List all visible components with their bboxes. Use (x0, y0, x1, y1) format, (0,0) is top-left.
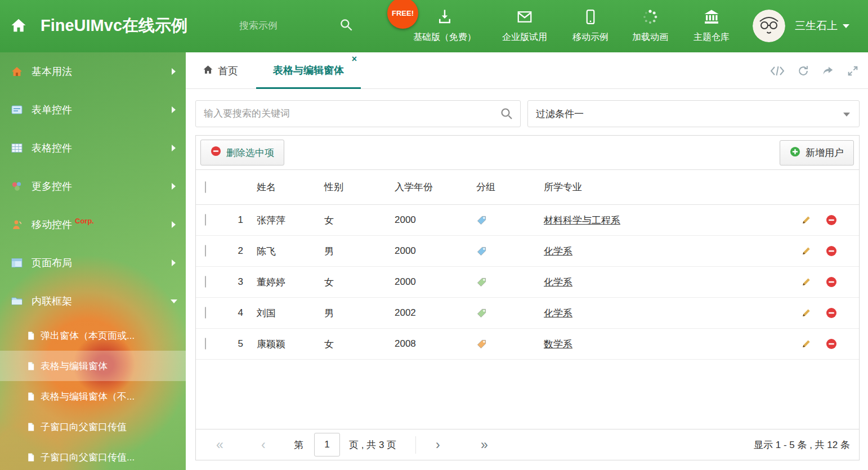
delete-button[interactable] (826, 307, 837, 319)
sidebar-item-grid-controls[interactable]: 表格控件 (0, 129, 186, 167)
major-link[interactable]: 化学系 (544, 246, 572, 257)
next-page-button[interactable]: › (436, 429, 440, 460)
edit-button[interactable] (800, 276, 812, 288)
sidebar-item-label: 基本用法 (32, 65, 72, 78)
major-link[interactable]: 化学系 (544, 277, 572, 288)
main-content: 首页 表格与编辑窗体 × (186, 52, 868, 470)
tag-icon (476, 277, 544, 288)
corp-badge: Corp. (75, 217, 94, 225)
sidebar-subitem-child-to-parent-2[interactable]: 子窗口向父窗口传值... (0, 442, 186, 470)
user-menu[interactable]: 三生石上 (795, 19, 849, 33)
sidebar-subitem-grid-edit-window-2[interactable]: 表格与编辑窗体（不... (0, 381, 186, 411)
last-page-button[interactable]: » (481, 429, 488, 460)
major-link[interactable]: 材料科学与工程系 (544, 215, 620, 226)
cell-year: 2000 (395, 245, 476, 257)
source-code-icon[interactable] (770, 65, 785, 77)
app-title: FineUIMvc在线示例 (41, 15, 187, 37)
sidebar-item-basic-usage[interactable]: 基本用法 (0, 52, 186, 91)
sidebar-subitem-grid-edit-window[interactable]: 表格与编辑窗体 (0, 351, 186, 381)
tab-grid-edit-window[interactable]: 表格与编辑窗体 × (256, 52, 361, 89)
delete-selected-button[interactable]: 删除选中项 (200, 140, 284, 165)
filter-dropdown[interactable]: 过滤条件一 (527, 100, 860, 127)
row-checkbox[interactable] (205, 307, 206, 319)
table-row: 2 陈飞 男 2000 化学系 (196, 236, 859, 267)
nav-label: 企业版试用 (502, 32, 547, 43)
sidebar-item-mobile-controls[interactable]: 移动控件 Corp. (0, 205, 186, 244)
first-page-button[interactable]: « (216, 429, 223, 460)
user-name: 三生石上 (795, 19, 838, 33)
search-icon[interactable] (339, 17, 354, 34)
file-icon (26, 422, 41, 432)
tag-icon (476, 339, 544, 350)
cell-gender: 男 (324, 307, 395, 320)
tag-icon (476, 215, 544, 226)
file-icon (26, 392, 41, 401)
sidebar-item-form-controls[interactable]: 表单控件 (0, 91, 186, 129)
delete-button[interactable] (826, 338, 837, 350)
row-index: 5 (227, 338, 257, 350)
cell-gender: 男 (324, 245, 395, 258)
delete-button[interactable] (826, 276, 837, 288)
edit-button[interactable] (800, 338, 812, 350)
row-checkbox[interactable] (205, 214, 206, 226)
user-avatar[interactable] (753, 10, 785, 42)
chevron-down-icon (171, 299, 177, 303)
edit-button[interactable] (800, 214, 812, 226)
column-header-group: 分组 (476, 181, 544, 194)
spinner-icon (642, 8, 659, 28)
nav-basic-edition[interactable]: 基础版（免费） (402, 8, 487, 43)
close-icon[interactable]: × (352, 55, 357, 64)
cell-gender: 女 (324, 276, 395, 289)
delete-button[interactable] (826, 245, 837, 257)
bank-icon (703, 8, 720, 28)
row-index: 4 (227, 307, 257, 319)
edit-button[interactable] (800, 307, 812, 319)
cell-name: 董婷婷 (257, 276, 324, 289)
home-logo-icon[interactable] (10, 17, 27, 36)
sidebar-item-page-layout[interactable]: 页面布局 (0, 244, 186, 282)
nav-label: 加载动画 (632, 32, 668, 43)
column-header-name: 姓名 (257, 181, 324, 194)
cell-name: 陈飞 (257, 245, 324, 258)
cell-name: 刘国 (257, 307, 324, 320)
page-label-suffix: 页 , 共 3 页 (349, 429, 396, 460)
column-header-major: 所学专业 (544, 181, 795, 194)
major-link[interactable]: 数学系 (544, 339, 572, 350)
table-icon (11, 142, 27, 154)
row-index: 2 (227, 245, 257, 257)
layout-icon (11, 257, 27, 268)
column-header-gender: 性别 (324, 181, 395, 194)
sidebar-subitem-popup-window[interactable]: 弹出窗体（本页面或... (0, 320, 186, 351)
select-all-checkbox[interactable] (205, 181, 206, 193)
delete-button[interactable] (826, 214, 837, 226)
header-search-input[interactable] (239, 16, 332, 36)
edit-button[interactable] (800, 245, 812, 257)
add-user-button[interactable]: 新增用户 (780, 140, 854, 165)
sidebar-subitem-child-to-parent[interactable]: 子窗口向父窗口传值 (0, 411, 186, 442)
sidebar-item-more-controls[interactable]: 更多控件 (0, 167, 186, 205)
keyword-search-input[interactable] (195, 100, 521, 127)
nav-theme-repo[interactable]: 主题仓库 (669, 8, 754, 43)
sidebar-item-iframe[interactable]: 内联框架 (0, 282, 186, 320)
cell-name: 康颖颖 (257, 338, 324, 351)
row-checkbox[interactable] (205, 276, 206, 288)
sidebar: 基本用法 表单控件 表格控件 更多控件 移动控件 Corp. 页面布局 (0, 52, 186, 470)
page-number-input[interactable]: 1 (314, 433, 340, 456)
mobile-person-icon (11, 219, 27, 230)
row-checkbox[interactable] (205, 245, 206, 257)
cell-gender: 女 (324, 338, 395, 351)
chevron-right-icon (172, 68, 176, 75)
refresh-icon[interactable] (797, 65, 809, 77)
share-icon[interactable] (822, 65, 834, 77)
tab-home[interactable]: 首页 (203, 52, 238, 89)
chevron-right-icon (172, 145, 176, 151)
table-header-row: 姓名 性别 入学年份 分组 所学专业 (196, 170, 859, 205)
prev-page-button[interactable]: ‹ (261, 429, 266, 460)
expand-icon[interactable] (847, 65, 859, 77)
row-checkbox[interactable] (205, 338, 206, 350)
major-link[interactable]: 化学系 (544, 308, 572, 319)
chevron-down-icon (843, 24, 849, 28)
search-icon[interactable] (500, 107, 513, 123)
download-icon (436, 8, 453, 28)
row-index: 3 (227, 276, 257, 288)
